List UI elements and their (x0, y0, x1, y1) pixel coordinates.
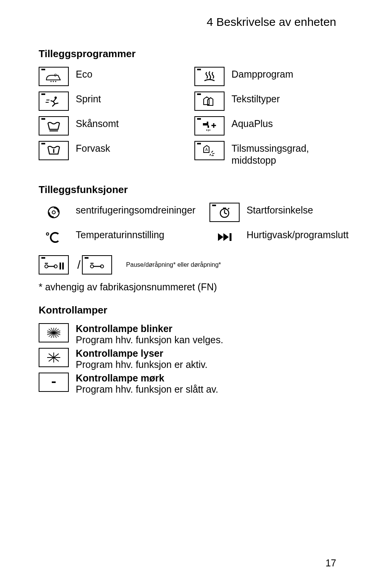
section-additional-programs: Tilleggsprogrammer (39, 48, 336, 60)
svg-point-23 (52, 211, 55, 214)
program-prewash: Forvask (39, 141, 180, 160)
svg-rect-32 (230, 233, 231, 241)
program-steam: Dampprogram (194, 67, 336, 86)
section-additional-functions: Tilleggsfunksjoner (39, 184, 336, 196)
svg-point-39 (90, 265, 94, 268)
lamp-blink-icon (39, 323, 69, 342)
program-aquaplus: AquaPlus (194, 116, 336, 136)
svg-rect-10 (207, 122, 208, 123)
svg-line-27 (225, 213, 227, 214)
function-spin: sentrifugeringsomdreininger (39, 203, 196, 222)
function-quick: Hurtigvask/programslutt (209, 227, 349, 247)
lamp-blink: Kontrollampe blinker Program hhv. funksj… (39, 323, 336, 346)
lamp-label: Kontrollampe lyser (76, 348, 208, 359)
program-label: Eco (76, 67, 92, 80)
svg-rect-37 (60, 263, 61, 269)
lamp-desc: Program hhv. funksjon er slått av. (76, 384, 218, 395)
function-label: sentrifugeringsomdreininger (76, 203, 196, 216)
function-label: Hurtigvask/programslutt (247, 227, 349, 241)
lamp-off: Kontrollampe mørk Program hhv. funksjon … (39, 373, 336, 395)
svg-point-33 (45, 265, 48, 268)
svg-line-21 (210, 154, 211, 156)
svg-point-22 (48, 207, 59, 218)
function-temp: Temperaturinnstilling (39, 227, 196, 247)
svg-rect-38 (62, 263, 64, 269)
lamp-on: Kontrollampe lyser Program hhv. funksjon… (39, 348, 336, 370)
program-label: AquaPlus (231, 116, 273, 130)
svg-point-3 (55, 81, 56, 82)
door-open-icon (82, 255, 112, 275)
delay-icon (209, 203, 240, 222)
lamp-label: Kontrollampe blinker (76, 323, 223, 334)
separator-slash: / (77, 258, 80, 271)
program-label: Sprint (76, 92, 101, 105)
lamp-off-icon (39, 373, 69, 392)
footnote: * avhengig av fabrikasjonsnummeret (FN) (39, 281, 336, 293)
eco-icon: e (39, 67, 69, 86)
svg-point-24 (46, 233, 49, 235)
svg-text:e: e (54, 72, 57, 78)
function-label: Startforsinkelse (247, 203, 313, 216)
lamp-desc: Program hhv. funksjon er aktiv. (76, 359, 208, 370)
program-textiles: Tekstiltyper (194, 92, 336, 111)
function-label: Pause/døråpning* eller døråpning* (126, 261, 221, 268)
svg-marker-30 (218, 233, 223, 241)
function-pause-door: / Pause/døråpning* eller døråpning* (39, 255, 336, 275)
soiling-icon: A (194, 141, 225, 160)
svg-marker-31 (223, 233, 229, 241)
svg-point-1 (51, 81, 52, 82)
program-label: Tilsmussingsgrad, middstopp (231, 141, 336, 167)
section-indicator-lights: Kontrollamper (39, 304, 336, 316)
program-label: Skånsomt (76, 116, 119, 130)
program-label: Dampprogram (231, 67, 293, 80)
svg-point-2 (53, 81, 54, 82)
program-gentle: Skånsomt (39, 116, 180, 136)
lamp-on-icon (39, 348, 69, 367)
gentle-icon (39, 116, 69, 136)
prewash-icon (39, 141, 69, 160)
svg-rect-55 (52, 381, 56, 383)
function-label: Temperaturinnstilling (76, 227, 164, 241)
program-label: Tekstiltyper (231, 92, 280, 105)
temp-icon (39, 227, 69, 247)
pause-door-icon (39, 255, 69, 275)
program-soiling: A Tilsmussingsgrad, middstopp (194, 141, 336, 167)
svg-line-29 (228, 208, 229, 209)
skip-to-end-icon (209, 227, 240, 247)
lamp-label: Kontrollampe mørk (76, 373, 218, 384)
program-eco: e Eco (39, 67, 180, 86)
spin-icon (39, 203, 69, 222)
aquaplus-icon (194, 116, 225, 136)
svg-rect-11 (208, 125, 209, 128)
steam-icon (194, 67, 225, 86)
sprint-icon (39, 92, 69, 111)
svg-text:A: A (205, 147, 208, 152)
program-sprint: Sprint (39, 92, 180, 111)
svg-line-19 (212, 153, 214, 154)
lamp-desc: Program hhv. funksjon kan velges. (76, 334, 223, 346)
page-number: 17 (325, 557, 336, 569)
function-delay: Startforsinkelse (209, 203, 349, 222)
svg-line-18 (211, 151, 213, 153)
textiles-icon (194, 92, 225, 111)
program-label: Forvask (76, 141, 110, 154)
chapter-title: 4 Beskrivelse av enheten (39, 15, 336, 29)
svg-rect-9 (203, 123, 208, 125)
